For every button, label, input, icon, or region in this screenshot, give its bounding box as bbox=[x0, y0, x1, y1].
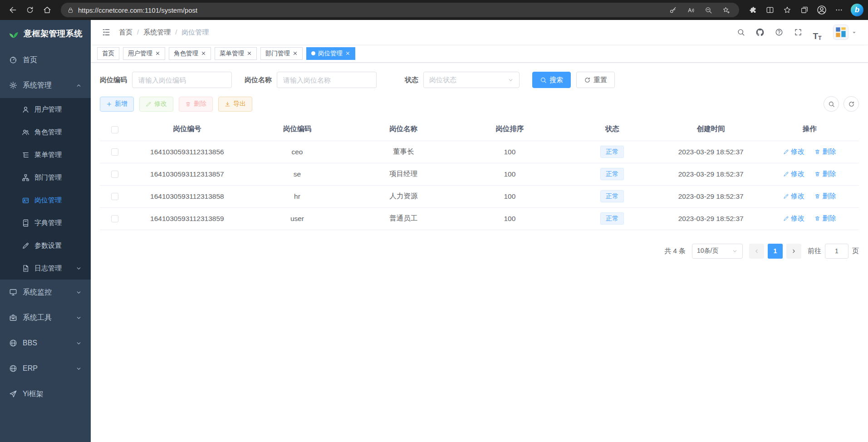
row-checkbox[interactable] bbox=[111, 193, 118, 200]
table-toolbar: 新增 修改 删除 导出 bbox=[100, 96, 859, 112]
tab-user-mgmt[interactable]: 用户管理 bbox=[123, 47, 165, 60]
row-delete-link[interactable]: 删除 bbox=[814, 147, 836, 156]
browser-home-button[interactable] bbox=[39, 2, 55, 18]
row-edit-link[interactable]: 修改 bbox=[783, 192, 804, 201]
delete-button[interactable]: 删除 bbox=[179, 97, 213, 112]
close-icon[interactable] bbox=[247, 51, 252, 56]
row-edit-link[interactable]: 修改 bbox=[783, 170, 804, 178]
tab-role-mgmt[interactable]: 角色管理 bbox=[169, 47, 211, 60]
post-name-input[interactable] bbox=[277, 72, 377, 88]
cell-post-code: user bbox=[244, 207, 350, 230]
zoom-button[interactable] bbox=[701, 4, 715, 16]
sidebar-item-system-tools[interactable]: 系统工具 bbox=[0, 305, 91, 330]
tab-label: 菜单管理 bbox=[220, 49, 244, 58]
sidebar-toggle-button[interactable] bbox=[98, 24, 114, 40]
row-edit-link[interactable]: 修改 bbox=[783, 147, 804, 156]
goto-page-input[interactable] bbox=[825, 244, 848, 259]
next-page-button[interactable] bbox=[786, 244, 801, 259]
docs-help-button[interactable] bbox=[770, 23, 788, 41]
close-icon[interactable] bbox=[155, 51, 160, 56]
sidebar-item-user-mgmt[interactable]: 用户管理 bbox=[0, 98, 91, 121]
refresh-table-button[interactable] bbox=[843, 96, 859, 112]
favorites-button[interactable] bbox=[779, 2, 795, 18]
close-icon[interactable] bbox=[201, 51, 206, 56]
header-search-button[interactable] bbox=[732, 23, 750, 41]
sidebar-item-role-mgmt[interactable]: 角色管理 bbox=[0, 121, 91, 143]
sidebar-item-log-mgmt[interactable]: 日志管理 bbox=[0, 257, 91, 280]
read-aloud-icon bbox=[687, 6, 695, 14]
tab-home[interactable]: 首页 bbox=[97, 47, 119, 60]
extensions-button[interactable] bbox=[745, 2, 761, 18]
fullscreen-button[interactable] bbox=[789, 23, 807, 41]
cell-post-name: 董事长 bbox=[350, 141, 456, 163]
collections-button[interactable] bbox=[796, 2, 813, 18]
toggle-search-button[interactable] bbox=[824, 96, 839, 112]
app-logo[interactable]: 意框架管理系统 bbox=[0, 20, 91, 47]
row-delete-link[interactable]: 删除 bbox=[814, 170, 836, 178]
export-button[interactable]: 导出 bbox=[218, 97, 252, 112]
sidebar-item-bbs[interactable]: BBS bbox=[0, 330, 91, 356]
add-favorite-button[interactable] bbox=[719, 4, 733, 16]
add-button[interactable]: 新增 bbox=[100, 97, 134, 112]
tab-menu-mgmt[interactable]: 菜单管理 bbox=[215, 47, 257, 60]
sidebar-item-system-mgmt[interactable]: 系统管理 bbox=[0, 73, 91, 98]
browser-profile-button[interactable] bbox=[814, 2, 830, 18]
row-checkbox[interactable] bbox=[111, 148, 118, 156]
bing-copilot-button[interactable]: b bbox=[851, 4, 863, 16]
github-link[interactable] bbox=[751, 23, 769, 41]
browser-back-button[interactable] bbox=[5, 2, 21, 18]
status-select[interactable]: 岗位状态 bbox=[423, 72, 520, 88]
table-row[interactable]: 1641030593112313858 hr 人力资源 100 正常 2023-… bbox=[100, 185, 859, 207]
trash-icon bbox=[814, 216, 820, 221]
github-icon bbox=[755, 28, 765, 37]
font-size-button[interactable]: TT bbox=[808, 23, 826, 41]
sidebar-item-yi-framework[interactable]: Yi框架 bbox=[0, 381, 91, 407]
app-title: 意框架管理系统 bbox=[24, 28, 83, 39]
address-bar[interactable]: https://ccnetcore.com:1101/system/post bbox=[61, 3, 739, 17]
row-delete-link[interactable]: 删除 bbox=[814, 192, 836, 201]
select-all-checkbox[interactable] bbox=[111, 126, 118, 133]
sidebar-item-system-monitor[interactable]: 系统监控 bbox=[0, 280, 91, 305]
sidebar-item-param-settings[interactable]: 参数设置 bbox=[0, 234, 91, 257]
cell-created: 2023-03-29 18:52:37 bbox=[662, 207, 760, 230]
site-lock-icon[interactable] bbox=[67, 7, 74, 14]
close-icon[interactable] bbox=[293, 51, 298, 56]
row-checkbox[interactable] bbox=[111, 215, 118, 222]
breadcrumb-home[interactable]: 首页 bbox=[119, 28, 132, 37]
user-avatar-menu[interactable] bbox=[834, 25, 857, 39]
row-edit-link[interactable]: 修改 bbox=[783, 214, 804, 223]
sidebar-item-menu-mgmt[interactable]: 菜单管理 bbox=[0, 143, 91, 166]
sidebar-menu: 首页 系统管理 用户管理 角色管理 菜单管理 bbox=[0, 47, 91, 407]
browser-refresh-button[interactable] bbox=[22, 2, 38, 18]
read-aloud-button[interactable] bbox=[684, 4, 697, 16]
table-row[interactable]: 1641030593112313859 user 普通员工 100 正常 202… bbox=[100, 207, 859, 230]
cell-post-name: 普通员工 bbox=[350, 207, 456, 230]
reset-button[interactable]: 重置 bbox=[576, 72, 615, 88]
sidebar-item-dept-mgmt[interactable]: 部门管理 bbox=[0, 166, 91, 189]
tab-dept-mgmt[interactable]: 部门管理 bbox=[260, 47, 303, 60]
prev-page-button[interactable] bbox=[749, 244, 764, 259]
row-checkbox[interactable] bbox=[111, 171, 118, 178]
goto-prefix-label: 前往 bbox=[808, 247, 821, 255]
page-size-select[interactable]: 10条/页 bbox=[692, 244, 743, 259]
row-delete-link[interactable]: 删除 bbox=[814, 214, 836, 223]
edit-button[interactable]: 修改 bbox=[139, 97, 173, 112]
sidebar-item-dict-mgmt[interactable]: 字典管理 bbox=[0, 211, 91, 234]
post-code-input[interactable] bbox=[132, 72, 232, 88]
breadcrumb-current: 岗位管理 bbox=[171, 28, 209, 37]
table-row[interactable]: 1641030593112313856 ceo 董事长 100 正常 2023-… bbox=[100, 141, 859, 163]
breadcrumb-system[interactable]: 系统管理 bbox=[132, 28, 171, 37]
sidebar-item-home[interactable]: 首页 bbox=[0, 47, 91, 73]
tab-post-mgmt[interactable]: 岗位管理 bbox=[306, 47, 355, 60]
browser-menu-button[interactable] bbox=[831, 2, 847, 18]
page-number-button[interactable]: 1 bbox=[768, 244, 783, 259]
pagination-goto: 前往 页 bbox=[808, 244, 859, 259]
search-button[interactable]: 搜索 bbox=[532, 72, 571, 88]
sidebar-item-post-mgmt[interactable]: 岗位管理 bbox=[0, 189, 91, 211]
search-icon bbox=[540, 77, 547, 83]
sidebar-item-erp[interactable]: ERP bbox=[0, 356, 91, 381]
split-screen-button[interactable] bbox=[762, 2, 778, 18]
close-icon[interactable] bbox=[345, 51, 350, 56]
password-key-button[interactable] bbox=[666, 4, 680, 16]
table-row[interactable]: 1641030593112313857 se 项目经理 100 正常 2023-… bbox=[100, 163, 859, 185]
